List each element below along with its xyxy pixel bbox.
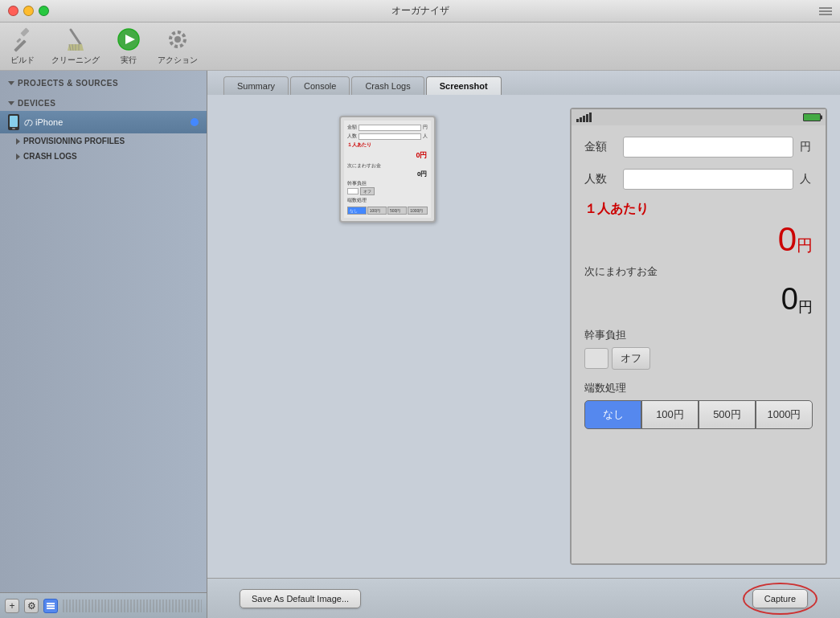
capture-button[interactable]: Capture [752,589,808,608]
projects-header[interactable]: PROJECTS & SOURCES [0,76,207,91]
window-title: オーガナイザ [391,4,449,18]
phone-preview-small: 金額 円 人数 人 １人あたり 0円 次にまわすお金 0円 [339,116,436,223]
kinagaku-row: 金額 円 [584,137,813,158]
segment-row: なし 100円 500円 1000円 [584,400,813,429]
sidebar: PROJECTS & SOURCES DEVICES の iPhone PROV… [0,71,207,618]
signal-bars-icon [576,113,592,122]
kinagaku-label: 金額 [584,140,617,154]
sidebar-bottom-bar: + ⚙ [0,592,207,618]
kinagaku-unit: 円 [800,140,813,154]
resize-grip-icon [819,7,832,15]
bottom-bar: Save As Default Image... Capture [207,578,840,618]
seg-nashi[interactable]: なし [584,400,641,429]
phone-content: 金額 円 人数 人 １人あたり 0 円 [572,125,826,563]
crashlogs-label: CRASH LOGS [23,152,77,161]
ninzuu-row: 人数 人 [584,169,813,190]
build-label: ビルド [10,55,35,66]
devices-section: DEVICES の iPhone PROVISIONING PROFILES C… [0,91,207,164]
svg-rect-13 [47,603,55,604]
tab-summary[interactable]: Summary [223,76,289,95]
gear-icon [165,27,191,52]
hitori-value-row: 0 円 [584,223,813,256]
seg-100[interactable]: 100円 [641,400,699,429]
iphone-device-icon [8,114,19,130]
device-left: の iPhone [8,114,63,130]
action-label: アクション [158,55,198,66]
build-toolbar-item[interactable]: ビルド [10,27,35,66]
crash-logs-sidebar-item[interactable]: CRASH LOGS [0,149,207,164]
svg-rect-2 [16,38,21,43]
devices-section-label: DEVICES [18,99,55,108]
main-layout: PROJECTS & SOURCES DEVICES の iPhone PROV… [0,71,840,618]
crashlogs-triangle-icon [16,153,20,160]
hitori-value: 0 [778,223,797,256]
clean-label: クリーニング [51,55,100,66]
window-controls [8,6,49,16]
close-button[interactable] [8,6,18,16]
toolbar: ビルド クリーニング 実行 [0,23,840,71]
preview-left: 金額 円 人数 人 １人あたり 0円 次にまわすお金 0円 [220,108,554,565]
tansu-label: 端数処理 [584,381,813,395]
kanji-toggle-row: オフ [584,347,813,370]
devices-header[interactable]: DEVICES [0,96,207,111]
mawasu-unit: 円 [798,297,813,317]
run-icon [116,27,141,52]
svg-rect-14 [47,605,55,607]
save-default-button[interactable]: Save As Default Image... [240,589,361,608]
mawasu-label: 次にまわすお金 [584,264,813,279]
battery-icon [803,113,821,121]
kinagaku-input[interactable] [623,137,793,158]
phone-screenshot: 金額 円 人数 人 １人あたり 0 円 [570,108,827,565]
hitori-section-label: １人あたり [584,201,813,218]
seg-1000[interactable]: 1000円 [756,400,813,429]
kanji-toggle-box [584,348,608,369]
svg-rect-0 [14,39,27,52]
tabs-bar: Summary Console Crash Logs Screenshot [207,71,840,95]
add-button[interactable]: + [5,599,19,613]
broom-icon [63,27,88,52]
titlebar: オーガナイザ [0,0,840,23]
ninzuu-input[interactable] [623,169,793,190]
devices-triangle-icon [8,101,14,105]
run-toolbar-item[interactable]: 実行 [116,27,141,66]
projects-section-label: PROJECTS & SOURCES [18,79,118,88]
provisioning-label: PROVISIONING PROFILES [23,137,125,145]
ninzuu-unit: 人 [800,172,813,186]
svg-point-11 [174,36,181,43]
kanji-label: 幹事負担 [584,328,813,342]
mawasu-value: 0 [781,282,798,317]
phone-status-bar [572,109,826,125]
run-label: 実行 [121,55,137,66]
tab-crashlogs[interactable]: Crash Logs [351,76,424,95]
ninzuu-label: 人数 [584,172,617,186]
settings-button[interactable]: ⚙ [24,599,39,613]
projects-triangle-icon [8,81,14,85]
screenshot-panel: 金額 円 人数 人 １人あたり 0円 次にまわすお金 0円 [207,95,840,578]
hammer-icon [10,27,35,52]
svg-rect-15 [47,608,55,609]
tab-screenshot[interactable]: Screenshot [426,76,502,95]
tab-console[interactable]: Console [290,76,350,95]
phone-screen-small: 金額 円 人数 人 １人あたり 0円 次にまわすお金 0円 [344,121,431,218]
hitori-unit: 円 [797,235,813,256]
projects-section: PROJECTS & SOURCES [0,71,207,91]
view-button[interactable] [43,599,58,613]
sidebar-divider [63,600,202,612]
svg-line-3 [71,30,80,44]
device-name-label: の iPhone [24,117,63,129]
provisioning-profiles-item[interactable]: PROVISIONING PROFILES [0,133,207,149]
provisioning-triangle-icon [16,138,20,145]
minimize-button[interactable] [23,6,34,16]
seg-500[interactable]: 500円 [699,400,756,429]
iphone-device-item[interactable]: の iPhone [0,111,207,133]
clean-toolbar-item[interactable]: クリーニング [51,27,100,66]
capture-wrapper: Capture [752,589,808,608]
content-area: Summary Console Crash Logs Screenshot 金額… [207,71,840,618]
action-toolbar-item[interactable]: アクション [158,27,198,66]
kanji-toggle-button[interactable]: オフ [612,347,650,370]
svg-rect-1 [20,27,29,36]
device-badge [191,118,199,126]
maximize-button[interactable] [39,6,49,16]
mawasu-value-row: 0 円 [584,282,813,317]
